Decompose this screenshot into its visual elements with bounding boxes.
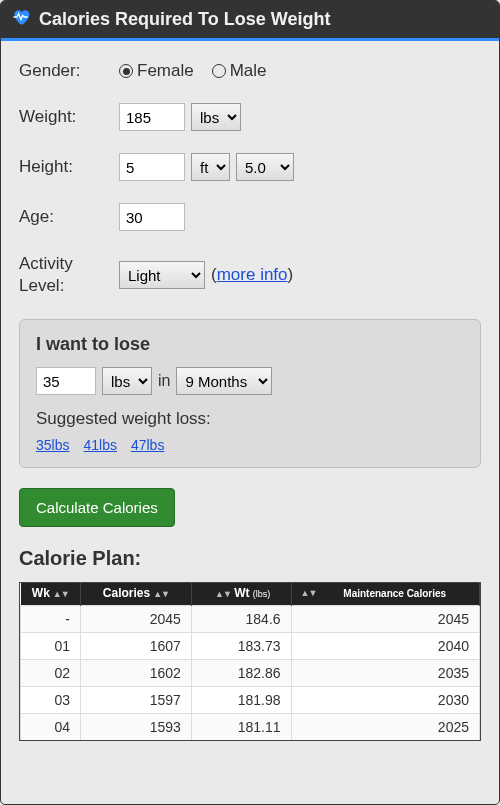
cell-wt: 184.6	[191, 605, 291, 632]
cell-maint: 2045	[291, 605, 479, 632]
app-title: Calories Required To Lose Weight	[39, 9, 330, 30]
lose-duration-select[interactable]: 9 Months	[176, 367, 272, 395]
calculate-button[interactable]: Calculate Calories	[19, 488, 175, 527]
height-label: Height:	[19, 157, 119, 177]
calorie-plan-table: Wk▲▼ Calories▲▼ ▲▼ Wt (lbs) ▲▼Maintenanc…	[19, 582, 481, 741]
plan-title: Calorie Plan:	[19, 547, 481, 570]
col-wk[interactable]: Wk▲▼	[21, 583, 81, 605]
weight-label: Weight:	[19, 107, 119, 127]
gender-radio-group: Female Male	[119, 61, 267, 81]
cell-cal: 1597	[81, 686, 192, 713]
cell-cal: 1602	[81, 659, 192, 686]
age-row: Age:	[19, 203, 481, 231]
sort-icon: ▲▼	[212, 589, 231, 599]
table-scroll[interactable]: Wk▲▼ Calories▲▼ ▲▼ Wt (lbs) ▲▼Maintenanc…	[20, 583, 480, 740]
table-row: -2045184.62045	[21, 605, 480, 632]
cell-cal: 1593	[81, 713, 192, 740]
activity-select[interactable]: Light	[119, 261, 205, 289]
radio-icon	[212, 64, 226, 78]
col-maint[interactable]: ▲▼Maintenance Calories	[291, 583, 479, 605]
form-content: Gender: Female Male Weight: lbs Height: …	[1, 41, 499, 761]
cell-wk: 03	[21, 686, 81, 713]
cell-wt: 182.86	[191, 659, 291, 686]
in-word: in	[158, 372, 170, 390]
height-ft-unit-select[interactable]: ft	[191, 153, 230, 181]
suggested-links: 35lbs 41lbs 47lbs	[36, 437, 464, 453]
cell-cal: 1607	[81, 632, 192, 659]
lose-unit-select[interactable]: lbs	[102, 367, 152, 395]
cell-wt: 183.73	[191, 632, 291, 659]
activity-label: Activity Level:	[19, 253, 119, 297]
gender-female-label: Female	[137, 61, 194, 81]
sort-icon: ▲▼	[298, 589, 317, 598]
cell-maint: 2030	[291, 686, 479, 713]
radio-icon	[119, 64, 133, 78]
height-ft-input[interactable]	[119, 153, 185, 181]
suggestion-link[interactable]: 47lbs	[131, 437, 164, 453]
col-wt[interactable]: ▲▼ Wt (lbs)	[191, 583, 291, 605]
cell-wt: 181.98	[191, 686, 291, 713]
gender-male-label: Male	[230, 61, 267, 81]
cell-wk: 04	[21, 713, 81, 740]
table-row: 021602182.862035	[21, 659, 480, 686]
gender-row: Gender: Female Male	[19, 61, 481, 81]
activity-row: Activity Level: Light (more info)	[19, 253, 481, 297]
sort-icon: ▲▼	[50, 589, 69, 599]
cell-cal: 2045	[81, 605, 192, 632]
cell-wt: 181.11	[191, 713, 291, 740]
lose-row: lbs in 9 Months	[36, 367, 464, 395]
table-row: 031597181.982030	[21, 686, 480, 713]
lose-box: I want to lose lbs in 9 Months Suggested…	[19, 319, 481, 468]
app-header: Calories Required To Lose Weight	[1, 1, 499, 41]
weight-input[interactable]	[119, 103, 185, 131]
age-input[interactable]	[119, 203, 185, 231]
cell-maint: 2035	[291, 659, 479, 686]
col-calories[interactable]: Calories▲▼	[81, 583, 192, 605]
cell-wk: 01	[21, 632, 81, 659]
weight-row: Weight: lbs	[19, 103, 481, 131]
heart-rate-icon	[11, 7, 31, 32]
more-info-wrap: (more info)	[211, 265, 293, 285]
gender-label: Gender:	[19, 61, 119, 81]
suggestion-link[interactable]: 35lbs	[36, 437, 69, 453]
cell-wk: -	[21, 605, 81, 632]
table-row: 011607183.732040	[21, 632, 480, 659]
sort-icon: ▲▼	[150, 589, 169, 599]
gender-male-radio[interactable]: Male	[212, 61, 267, 81]
height-row: Height: ft 5.0	[19, 153, 481, 181]
more-info-link[interactable]: more info	[217, 265, 288, 284]
height-in-select[interactable]: 5.0	[236, 153, 294, 181]
suggested-label: Suggested weight loss:	[36, 409, 464, 429]
cell-wk: 02	[21, 659, 81, 686]
cell-maint: 2040	[291, 632, 479, 659]
table-row: 041593181.112025	[21, 713, 480, 740]
cell-maint: 2025	[291, 713, 479, 740]
weight-unit-select[interactable]: lbs	[191, 103, 241, 131]
lose-amount-input[interactable]	[36, 367, 96, 395]
suggestion-link[interactable]: 41lbs	[83, 437, 116, 453]
lose-title: I want to lose	[36, 334, 464, 355]
gender-female-radio[interactable]: Female	[119, 61, 194, 81]
age-label: Age:	[19, 207, 119, 227]
